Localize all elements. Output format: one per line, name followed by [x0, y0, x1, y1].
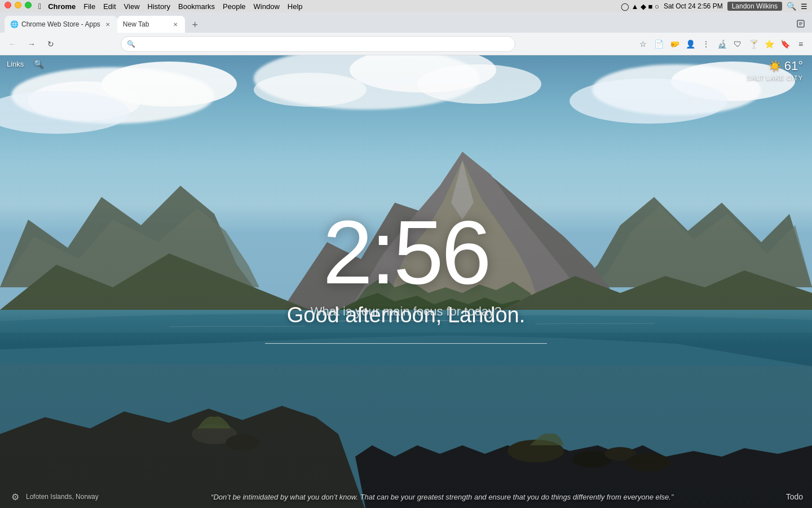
- reload-button[interactable]: ↻: [43, 36, 59, 52]
- search-menu-icon[interactable]: 🔍: [787, 2, 796, 11]
- menu-edit[interactable]: Edit: [103, 2, 116, 11]
- system-time: Sat Oct 24 2:56 PM: [664, 2, 723, 10]
- menu-bar:  Chrome File Edit View History Bookmark…: [0, 0, 812, 12]
- focus-section: What is your main focus for today?: [265, 304, 547, 344]
- extensions-icon[interactable]: 🤛: [668, 37, 681, 51]
- focus-placeholder-text: What is your main focus for today?: [265, 304, 547, 319]
- chrome-menu-icon[interactable]: ⋮: [699, 37, 713, 51]
- bottom-bar: ⚙ Lofoten Islands, Norway “Don’t be inti…: [0, 485, 812, 508]
- weather-city: SALT LAKE CITY: [747, 75, 803, 81]
- menu-history[interactable]: History: [148, 2, 170, 11]
- weather-widget: ☀️ 61° SALT LAKE CITY: [747, 59, 803, 81]
- chrome-window: 🌐 Chrome Web Store - Apps ✕ New Tab ✕ + …: [0, 12, 812, 508]
- tab-close-web-store[interactable]: ✕: [104, 20, 112, 28]
- menu-people[interactable]: People: [223, 2, 245, 11]
- menu-file[interactable]: File: [83, 2, 95, 11]
- temperature-value: 61°: [784, 59, 803, 73]
- weather-temperature: ☀️ 61°: [747, 59, 803, 73]
- tab-title-new-tab: New Tab: [123, 20, 168, 28]
- bookmarks-bar: Links 🔍: [0, 55, 812, 72]
- menu-view[interactable]: View: [124, 2, 140, 11]
- tab-favicon-web-store: 🌐: [10, 20, 18, 28]
- tab-switcher-icon[interactable]: [794, 17, 807, 30]
- address-bar: ← → ↻ 🔍 ☆ 📄 🤛 👤 ⋮ 🔬 🛡 🍸 ⭐ 🔖 ≡: [0, 33, 812, 55]
- menu-app-name[interactable]: Chrome: [48, 2, 76, 11]
- eyedropper-icon[interactable]: 🔬: [715, 37, 729, 51]
- control-center-icon[interactable]: ☰: [801, 2, 807, 11]
- toolbar-icons: ☆ 📄 🤛 👤 ⋮ 🔬 🛡 🍸 ⭐ 🔖 ≡: [636, 37, 807, 51]
- back-button[interactable]: ←: [5, 36, 20, 52]
- weather-sun-icon: ☀️: [769, 60, 781, 72]
- bookmark-star-icon[interactable]: ☆: [636, 37, 650, 51]
- bookmarks-search-icon[interactable]: 🔍: [33, 58, 44, 69]
- menu-help[interactable]: Help: [288, 2, 303, 11]
- reading-list-icon[interactable]: 📄: [652, 37, 665, 51]
- more-icon[interactable]: ≡: [794, 37, 807, 51]
- maximize-button[interactable]: [25, 2, 32, 8]
- settings-icon[interactable]: ⚙: [9, 491, 21, 503]
- clock-time: 2:56: [287, 207, 526, 297]
- menu-window[interactable]: Window: [254, 2, 280, 11]
- tab-close-new-tab[interactable]: ✕: [171, 20, 179, 28]
- profile-icon[interactable]: 👤: [683, 37, 697, 51]
- tab-bar: 🌐 Chrome Web Store - Apps ✕ New Tab ✕ +: [0, 12, 812, 33]
- apple-logo-icon[interactable]: : [38, 2, 41, 11]
- shield-icon[interactable]: 🛡: [731, 37, 744, 51]
- focus-input[interactable]: [265, 325, 547, 344]
- menubar-icons: ◯ ▲ ◆ ■ ○: [621, 2, 659, 11]
- bookmark-icon[interactable]: 🔖: [778, 37, 792, 51]
- tab-web-store[interactable]: 🌐 Chrome Web Store - Apps ✕: [5, 16, 117, 33]
- window-controls: [5, 2, 32, 8]
- star-icon[interactable]: ⭐: [762, 37, 776, 51]
- puzzle-icon[interactable]: 🍸: [747, 37, 760, 51]
- address-input[interactable]: [139, 40, 509, 48]
- search-icon: 🔍: [127, 40, 135, 48]
- quote-text: “Don’t be intimidated by what you don’t …: [99, 493, 786, 501]
- forward-button[interactable]: →: [24, 36, 39, 52]
- user-badge[interactable]: Landon Wilkins: [727, 2, 782, 11]
- menu-bookmarks[interactable]: Bookmarks: [178, 2, 215, 11]
- menubar-right: ◯ ▲ ◆ ■ ○ Sat Oct 24 2:56 PM Landon Wilk…: [621, 2, 807, 11]
- todo-button[interactable]: Todo: [786, 492, 803, 501]
- close-button[interactable]: [5, 2, 11, 8]
- tab-title-web-store: Chrome Web Store - Apps: [21, 20, 100, 28]
- address-bar-input-wrap[interactable]: 🔍: [121, 36, 515, 52]
- links-bookmark[interactable]: Links: [7, 60, 24, 68]
- new-tab-button[interactable]: +: [187, 17, 203, 33]
- minimize-button[interactable]: [15, 2, 21, 8]
- menu-items: Chrome File Edit View History Bookmarks …: [48, 2, 621, 11]
- tab-new-tab[interactable]: New Tab ✕: [117, 16, 185, 33]
- newtab-page: Links 🔍 ☀️ 61° SALT LAKE CITY 2:56 Good …: [0, 55, 812, 508]
- photo-credit: Lofoten Islands, Norway: [26, 493, 99, 501]
